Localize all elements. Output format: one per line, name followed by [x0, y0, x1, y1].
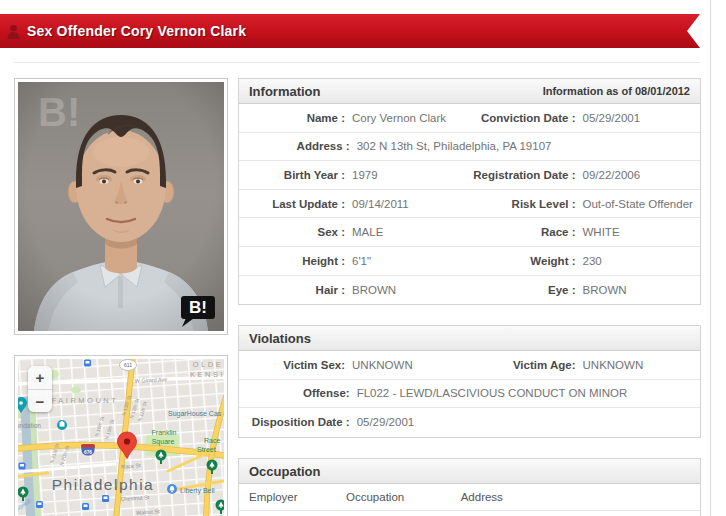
field-value: 05/29/2001 [576, 112, 641, 124]
map-label-kensington: KENSING [190, 370, 224, 379]
field-label: Victim Sex: [239, 359, 345, 371]
info-panel-title: Information [249, 84, 321, 99]
svg-text:676: 676 [84, 450, 92, 455]
info-row-birth-registration: Birth Year :1979 Registration Date :09/2… [239, 161, 700, 190]
field-value: BROWN [345, 284, 396, 296]
map-label-race-street-2: Street [197, 446, 216, 453]
field-label: Name : [239, 112, 345, 124]
info-as-of-date: Information as of 08/01/2012 [543, 85, 690, 97]
page-title: Sex Offender Cory Vernon Clark [27, 23, 246, 39]
violations-panel: Violations Victim Sex:UNKNOWN Victim Age… [238, 325, 701, 438]
occupation-panel-header: Occupation [239, 459, 700, 484]
map-label-franklin: Franklin [152, 429, 177, 436]
violations-panel-title: Violations [249, 331, 311, 346]
occupation-panel: Occupation Employer Occupation Address [238, 458, 701, 516]
field-value: UNKNOWN [345, 359, 413, 371]
museum-icon [57, 420, 67, 430]
occupation-panel-title: Occupation [249, 464, 321, 479]
info-row-height-weight: Height :6'1" Weight :230 [239, 247, 700, 276]
route-611-shield: 611 [120, 360, 137, 371]
field-label: Birth Year : [239, 169, 345, 181]
zoom-out-button[interactable]: − [28, 389, 52, 412]
field-value: 302 N 13th St, Philadelphia, PA 19107 [350, 140, 552, 152]
map-label-olde: OLDE [193, 360, 223, 369]
field-value: 09/22/2006 [576, 169, 641, 181]
mugshot-image: B! [18, 82, 224, 331]
info-row-name: Name :Cory Vernon Clark Conviction Date … [239, 104, 700, 133]
info-row-address: Address :302 N 13th St, Philadelphia, PA… [239, 133, 700, 162]
offender-person-icon [7, 24, 20, 39]
field-label: Address : [239, 140, 350, 152]
map-label-philadelphia: Philadelphia [52, 476, 154, 493]
map-label-liberty-bell: Liberty Bell [180, 487, 215, 495]
column-header-employer: Employer [249, 491, 346, 503]
info-panel-header: Information Information as of 08/01/2012 [239, 79, 700, 104]
map-label-foundation: undation [18, 422, 41, 429]
field-value: UNKNOWN [576, 359, 644, 371]
field-label: Last Update : [239, 198, 345, 210]
field-value: 1979 [345, 169, 378, 181]
location-map[interactable]: FAIRMOUNT OLDE KENSING Philadelphia W Gi… [14, 355, 228, 516]
violations-row-disposition: Disposition Date :05/29/2001 [239, 408, 700, 437]
field-label: Race : [470, 226, 576, 238]
info-row-sex-race: Sex :MALE Race :WHITE [239, 218, 700, 247]
field-value: 230 [576, 255, 602, 267]
field-value: BROWN [576, 284, 627, 296]
violations-row-victim: Victim Sex:UNKNOWN Victim Age:UNKNOWN [239, 351, 700, 380]
map-label-race-street-1: Race [204, 437, 220, 444]
field-label: Height : [239, 255, 345, 267]
field-value: 05/29/2001 [350, 416, 415, 428]
field-label: Eye : [470, 284, 576, 296]
map-label-franklin-square: Square [152, 438, 175, 446]
page-right-border [710, 0, 711, 516]
field-label: Disposition Date : [239, 416, 350, 428]
info-panel: Information Information as of 08/01/2012… [238, 78, 701, 305]
field-value: FL022 - LEWD/LASCIVIOUS CONDUCT ON MINOR [350, 387, 628, 399]
liberty-bell-icon [167, 484, 177, 494]
field-label: Victim Age: [470, 359, 576, 371]
field-value: 6'1" [345, 255, 371, 267]
map-label-fairmount: FAIRMOUNT [52, 396, 119, 405]
page-title-banner: Sex Offender Cory Vernon Clark [0, 14, 700, 48]
busted-logo-text: B! [189, 298, 207, 317]
field-label: Risk Level : [470, 198, 576, 210]
violations-panel-header: Violations [239, 326, 700, 351]
info-row-update-risk: Last Update :09/14/2011 Risk Level :Out-… [239, 190, 700, 219]
i676-shield: 676 [81, 444, 95, 456]
field-label: Sex : [239, 226, 345, 238]
column-header-occupation: Occupation [346, 491, 461, 503]
field-label: Conviction Date : [470, 112, 576, 124]
field-label: Hair : [239, 284, 345, 296]
field-value: Cory Vernon Clark [345, 112, 446, 124]
violations-row-offense: Offense:FL022 - LEWD/LASCIVIOUS CONDUCT … [239, 380, 700, 409]
field-label: Offense: [239, 387, 350, 399]
column-header-address: Address [461, 491, 690, 503]
map-zoom-control: + − [28, 366, 52, 412]
map-label-sugarhouse: SugarHouse Cas [168, 410, 222, 418]
field-value: Out-of-State Offender [576, 198, 693, 210]
svg-text:611: 611 [124, 362, 132, 368]
mugshot-photo: B! [14, 78, 228, 335]
info-row-hair-eye: Hair :BROWN Eye :BROWN [239, 276, 700, 305]
divider-line [14, 62, 700, 63]
field-value: MALE [345, 226, 383, 238]
field-value: WHITE [576, 226, 620, 238]
field-label: Weight : [470, 255, 576, 267]
field-value: 09/14/2011 [345, 198, 409, 210]
zoom-in-button[interactable]: + [28, 366, 52, 389]
field-label: Registration Date : [470, 169, 576, 181]
occupation-column-headers: Employer Occupation Address [239, 484, 700, 511]
